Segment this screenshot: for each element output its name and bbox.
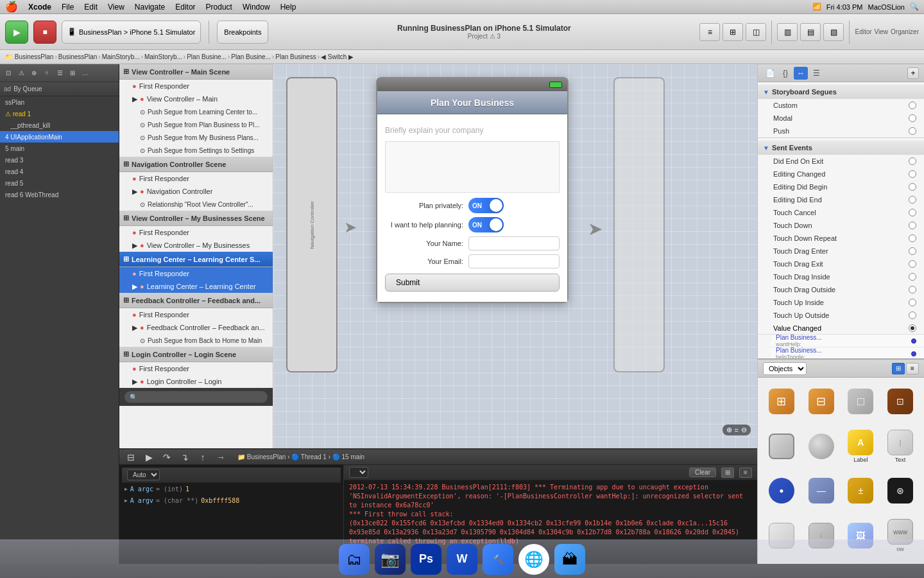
segue-push-row[interactable]: Push bbox=[758, 125, 924, 137]
menu-help[interactable]: Help bbox=[280, 3, 296, 12]
event-touch-up-inside[interactable]: Touch Up Inside bbox=[758, 296, 924, 309]
segue-custom-row[interactable]: Custom bbox=[758, 99, 924, 112]
scene-segue-4[interactable]: ⊙ Push Segue from Settings to Settings bbox=[119, 144, 273, 157]
obj-grid-view[interactable]: ⊞ bbox=[892, 363, 905, 374]
utilities-toggle-button[interactable]: ▧ bbox=[823, 23, 844, 41]
submit-button[interactable]: Submit bbox=[385, 274, 560, 292]
var-argv[interactable]: ▶ A argv = (char **) 0xbffff588 bbox=[122, 495, 341, 506]
event-touch-up-outside[interactable]: Touch Up Outside bbox=[758, 309, 924, 322]
event-radio-6[interactable] bbox=[909, 234, 916, 242]
event-touch-drag-enter[interactable]: Touch Drag Enter bbox=[758, 245, 924, 258]
event-radio-13[interactable] bbox=[909, 324, 916, 332]
menu-file[interactable]: File bbox=[62, 3, 74, 12]
output-filter-select[interactable]: All Output bbox=[349, 467, 368, 478]
storyboard-segues-header[interactable]: ▼ Storyboard Segues bbox=[758, 85, 924, 99]
scene-segue-back[interactable]: ⊙ Push Segue from Back to Home to Main bbox=[119, 334, 273, 347]
add-connection-button[interactable]: + bbox=[907, 67, 919, 79]
menubar-search-icon[interactable]: 🔍 bbox=[910, 3, 919, 11]
zoom-out-button[interactable]: ⊖ bbox=[741, 426, 747, 434]
obj-label[interactable]: A Label bbox=[843, 424, 880, 469]
obj-tableview-2[interactable]: ⊟ bbox=[803, 383, 840, 421]
nav-tool-more[interactable]: … bbox=[80, 67, 91, 79]
insp-tab-code[interactable]: {} bbox=[778, 67, 792, 80]
breakpoints-button[interactable]: Breakpoints bbox=[217, 21, 268, 44]
thread-read-3[interactable]: read 3 bbox=[0, 154, 119, 166]
zoom-fit-button[interactable]: ⊕ bbox=[726, 426, 732, 434]
event-radio-5[interactable] bbox=[909, 222, 916, 229]
breadcrumb-item-8[interactable]: ◀ Switch ▶ bbox=[321, 53, 354, 60]
thread-5-main[interactable]: 5 main bbox=[0, 143, 119, 154]
obj-toggle[interactable]: ● bbox=[763, 472, 800, 511]
toggle-plan-privately[interactable]: ON bbox=[468, 198, 504, 213]
nav-tool-error[interactable]: ⚠ bbox=[15, 67, 27, 79]
scene-header-nav[interactable]: ⊞ Navigation Controller Scene bbox=[119, 157, 273, 172]
scene-item-fr-3[interactable]: ● First Responder bbox=[119, 226, 273, 239]
segue-custom-radio[interactable] bbox=[909, 101, 916, 109]
scene-segue-1[interactable]: ⊙ Push Segue from Learning Center to... bbox=[119, 105, 273, 118]
scene-header-feedback[interactable]: ⊞ Feedback Controller – Feedback and... bbox=[119, 293, 273, 308]
apple-menu[interactable]: 🍎 bbox=[5, 1, 18, 13]
event-radio-2[interactable] bbox=[909, 183, 916, 191]
scene-item-learning-vc[interactable]: ▶ ● Learning Center – Learning Center bbox=[119, 280, 273, 293]
event-touch-cancel[interactable]: Touch Cancel bbox=[758, 206, 924, 219]
obj-stepper[interactable]: ± bbox=[843, 472, 880, 511]
dock-safari[interactable]: 🏔 bbox=[554, 544, 585, 575]
event-radio-9[interactable] bbox=[909, 273, 916, 281]
event-radio-1[interactable] bbox=[909, 170, 916, 178]
event-radio-0[interactable] bbox=[909, 157, 916, 165]
dock-ps-icon[interactable]: Ps bbox=[411, 544, 441, 575]
dock-chrome[interactable]: 🌐 bbox=[518, 544, 549, 575]
event-did-end-on-exit[interactable]: Did End On Exit bbox=[758, 155, 924, 168]
zoom-equal-button[interactable]: = bbox=[735, 426, 739, 434]
dock-word[interactable]: W bbox=[447, 544, 477, 575]
nav-tool-warning[interactable]: ⊡ bbox=[3, 67, 14, 79]
thread-ui-main[interactable]: 4 UIApplicationMain bbox=[0, 131, 119, 143]
menu-xcode[interactable]: Xcode bbox=[28, 3, 51, 12]
clear-button[interactable]: Clear bbox=[689, 468, 716, 477]
obj-list-view[interactable]: ≡ bbox=[906, 363, 919, 374]
breadcrumb-item-5[interactable]: Plan Busine... bbox=[187, 53, 227, 60]
input-email[interactable] bbox=[468, 254, 560, 268]
debug-panel-toggle[interactable]: ⊟ bbox=[124, 451, 137, 464]
console-view-toggle-1[interactable]: ⊞ bbox=[721, 468, 734, 478]
event-touch-down[interactable]: Touch Down bbox=[758, 219, 924, 232]
thread-read-5[interactable]: read 5 bbox=[0, 177, 119, 189]
scene-item-fr-6[interactable]: ● First Responder bbox=[119, 362, 273, 375]
menu-navigate[interactable]: Navigate bbox=[135, 3, 165, 12]
event-radio-7[interactable] bbox=[909, 247, 916, 255]
event-editing-changed[interactable]: Editing Changed bbox=[758, 168, 924, 180]
nav-tool-branch[interactable]: ⑂ bbox=[41, 67, 53, 79]
scene-header-main[interactable]: ⊞ View Controller – Main Scene bbox=[119, 64, 273, 80]
nav-tool-filter[interactable]: ☰ bbox=[54, 67, 65, 79]
breadcrumb-item-1[interactable]: 📁 BusinessPlan bbox=[5, 53, 53, 60]
scene-segue-3[interactable]: ⊙ Push Segue from My Business Plans... bbox=[119, 131, 273, 144]
dock-finder[interactable]: 🗂 bbox=[339, 544, 370, 575]
dock-xcode[interactable]: 🔨 bbox=[483, 544, 513, 575]
menu-view[interactable]: View bbox=[108, 3, 124, 12]
thread-read-4[interactable]: read 4 bbox=[0, 166, 119, 177]
scene-item-fr-2[interactable]: ● First Responder bbox=[119, 172, 273, 185]
scene-item-login-vc[interactable]: ▶ ● Login Controller – Login bbox=[119, 375, 273, 388]
event-radio-10[interactable] bbox=[909, 286, 916, 293]
nav-tool-next[interactable]: ⊞ bbox=[67, 67, 78, 79]
scene-item-mybiz-vc[interactable]: ▶ ● View Controller – My Businesses bbox=[119, 239, 273, 252]
editor-version-button[interactable]: ◫ bbox=[746, 23, 766, 41]
scene-search-input[interactable]: 🔍 bbox=[124, 391, 268, 403]
stop-button[interactable]: ■ bbox=[33, 21, 56, 44]
insp-tab-table[interactable]: ☰ bbox=[809, 67, 823, 80]
scene-header-learning[interactable]: ⊞ Learning Center – Learning Center S... bbox=[119, 252, 273, 267]
debug-step-in[interactable]: ↴ bbox=[178, 451, 191, 464]
menu-editor[interactable]: Editor bbox=[175, 3, 195, 12]
event-radio-4[interactable] bbox=[909, 209, 916, 216]
run-button[interactable]: ▶ bbox=[5, 21, 28, 44]
input-name[interactable] bbox=[468, 236, 560, 250]
event-touch-drag-inside[interactable]: Touch Drag Inside bbox=[758, 270, 924, 283]
variable-filter-select[interactable]: Auto bbox=[127, 469, 160, 480]
breadcrumb-item-6[interactable]: Plan Busine... bbox=[231, 53, 271, 60]
obj-activity[interactable]: ⊛ bbox=[882, 472, 919, 511]
obj-view-3[interactable] bbox=[763, 424, 800, 469]
obj-view-2[interactable]: ⊡ bbox=[882, 383, 919, 421]
sent-events-header[interactable]: ▼ Sent Events bbox=[758, 141, 924, 155]
storyboard-canvas[interactable]: Navigation Controller ➤ Plan Your Busine… bbox=[273, 64, 757, 448]
debug-step-next[interactable]: → bbox=[214, 451, 227, 464]
